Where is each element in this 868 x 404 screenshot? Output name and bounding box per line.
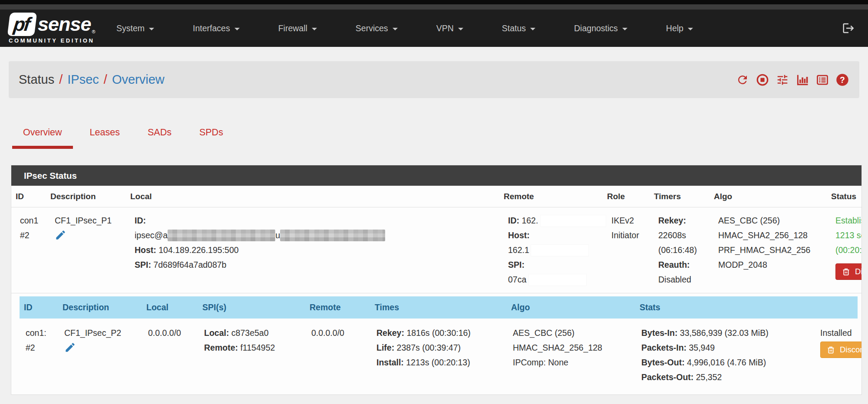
- remote-id-line: ID: 162.: [508, 213, 598, 228]
- child-algo-integrity: HMAC_SHA2_256_128: [513, 340, 631, 355]
- menu-item-status[interactable]: Status: [502, 23, 535, 33]
- breadcrumb-actions: ?: [736, 73, 849, 86]
- breadcrumb-section: Status: [19, 72, 54, 87]
- menu-item-help[interactable]: Help: [666, 23, 693, 33]
- svg-text:?: ?: [840, 75, 845, 84]
- cell-remote: ID: 162. Host: 162.1 SPI: 07ca: [499, 207, 603, 293]
- tab-spds[interactable]: SPDs: [188, 127, 234, 149]
- child-local-network: 0.0.0.0/0: [148, 325, 194, 340]
- refresh-icon[interactable]: [736, 73, 749, 86]
- remote-spi-label: SPI:: [508, 260, 525, 269]
- pfsense-logo-registered: ®: [92, 29, 96, 34]
- sign-out-icon[interactable]: [842, 22, 855, 35]
- caret-down-icon: [688, 28, 693, 30]
- navbar-menu: System Interfaces Firewall Services VPN …: [116, 23, 732, 33]
- caret-down-icon: [458, 28, 463, 30]
- col-header-remote: Remote: [305, 296, 370, 319]
- local-host-label: Host:: [135, 245, 156, 255]
- menu-item-label: Status: [502, 23, 526, 33]
- sliders-icon[interactable]: [776, 73, 789, 86]
- menu-item-label: System: [116, 23, 145, 33]
- col-header-description: Description: [58, 296, 142, 319]
- local-spi-label: SPI:: [135, 260, 151, 269]
- col-header-times: Times: [370, 296, 507, 319]
- child-sa-row-con1: con1: #2 CF1_IPsec_P2 0: [20, 319, 858, 389]
- bar-chart-icon[interactable]: [796, 73, 809, 86]
- pfsense-logo-subtitle: COMMUNITY EDITION: [9, 37, 101, 44]
- question-circle-icon[interactable]: ?: [836, 73, 849, 86]
- col-header-spis: SPI(s): [198, 296, 305, 319]
- child-description: CF1_IPsec_P2: [64, 325, 138, 340]
- list-icon[interactable]: [816, 73, 829, 86]
- remote-id-value: 162.: [521, 216, 538, 225]
- stats-bytes-out-line: Bytes-Out: 4,996,016 (4.76 MiB): [641, 355, 810, 370]
- menu-item-interfaces[interactable]: Interfaces: [193, 23, 240, 33]
- status-age-time: (00:20:13): [835, 243, 861, 257]
- breadcrumb-bar: Status / IPsec / Overview: [9, 61, 859, 98]
- timers-rekey-countdown: (06:16:48): [658, 243, 705, 257]
- stats-bytes-out-value: 4,996,016 (4.76 MiB): [687, 358, 766, 367]
- pfsense-logo[interactable]: pf sense ® COMMUNITY EDITION: [9, 13, 101, 44]
- local-host-line: Host: 104.189.226.195:500: [135, 243, 495, 257]
- caret-down-icon: [530, 28, 535, 30]
- spi-remote-value: f1154952: [240, 343, 275, 352]
- ike-row-con1: con1 #2 CF1_IPsec_P1 ID:: [11, 207, 861, 293]
- col-header-timers: Timers: [650, 186, 710, 207]
- caret-down-icon: [234, 28, 240, 30]
- menu-item-services[interactable]: Services: [356, 23, 398, 33]
- local-id-label: ID:: [135, 216, 146, 225]
- pencil-icon[interactable]: [64, 342, 76, 358]
- times-rekey-line: Rekey: 1816s (00:30:16): [376, 325, 502, 340]
- remote-spi-value: 07ca: [508, 275, 526, 284]
- panel-title: IPsec Status: [11, 165, 861, 186]
- ike-status-table: ID Description Local Remote Role Timers …: [11, 186, 861, 293]
- cell-id: con1 #2: [11, 207, 46, 293]
- stats-bytes-in-label: Bytes-In:: [641, 328, 677, 338]
- stats-packets-in-label: Packets-In:: [641, 343, 686, 352]
- col-header-algo: Algo: [507, 296, 635, 319]
- col-header-id: ID: [11, 186, 46, 207]
- caret-down-icon: [393, 28, 398, 30]
- cell-algo: AES_CBC (256) HMAC_SHA2_256_128 IPComp: …: [507, 319, 635, 389]
- breadcrumb-link-overview[interactable]: Overview: [112, 72, 165, 87]
- col-header-description: Description: [46, 186, 126, 207]
- col-header-stats: Stats: [635, 296, 814, 319]
- col-header-status: Status: [827, 186, 861, 207]
- remote-host-line: 162.1: [508, 243, 598, 257]
- cell-local-network: 0.0.0.0/0: [142, 319, 198, 389]
- menu-item-diagnostics[interactable]: Diagnostics: [574, 23, 627, 33]
- menu-item-firewall[interactable]: Firewall: [278, 23, 317, 33]
- stop-circle-icon[interactable]: [756, 73, 769, 86]
- tab-sads[interactable]: SADs: [137, 127, 182, 149]
- caret-down-icon: [149, 28, 154, 30]
- remote-host-label: Host:: [508, 230, 530, 240]
- disconnect-button[interactable]: Disconnect: [835, 263, 861, 280]
- disconnect-label: Disconnect: [855, 267, 861, 276]
- table-clip-region: ID Description Local Remote Role Timers …: [11, 186, 861, 394]
- pencil-icon[interactable]: [55, 229, 66, 245]
- redacted-text: [280, 230, 385, 241]
- cell-id: con1: #2: [20, 319, 58, 389]
- menu-item-system[interactable]: System: [116, 23, 154, 33]
- disconnect-button[interactable]: Disconnect: [820, 342, 861, 358]
- breadcrumb-separator: /: [99, 72, 112, 87]
- menu-item-label: Firewall: [278, 23, 307, 33]
- timers-rekey-label: Rekey:: [658, 216, 686, 225]
- col-header-role: Role: [603, 186, 650, 207]
- col-header-algo: Algo: [710, 186, 827, 207]
- tab-overview[interactable]: Overview: [12, 127, 73, 149]
- breadcrumb-link-ipsec[interactable]: IPsec: [67, 72, 99, 87]
- timers-reauth-label: Reauth:: [658, 260, 690, 269]
- col-header-local: Local: [126, 186, 499, 207]
- menu-item-vpn[interactable]: VPN: [436, 23, 463, 33]
- child-sa-header-row: ID Description Local SPI(s) Remote Times…: [20, 296, 858, 319]
- times-install-line: Install: 1213s (00:20:13): [376, 355, 502, 370]
- ike-header-row: ID Description Local Remote Role Timers …: [11, 186, 861, 207]
- cell-status: Established 1213 seconds (00:20:13) Disc…: [827, 207, 861, 293]
- local-host-value: 104.189.226.195:500: [158, 245, 238, 255]
- timers-reauth-value: Disabled: [658, 272, 705, 287]
- tab-leases[interactable]: Leases: [79, 127, 131, 149]
- times-install-value: 1213s (00:20:13): [406, 358, 470, 367]
- stats-bytes-in-value: 33,586,939 (32.03 MiB): [680, 328, 769, 338]
- status-established: Established: [835, 213, 861, 228]
